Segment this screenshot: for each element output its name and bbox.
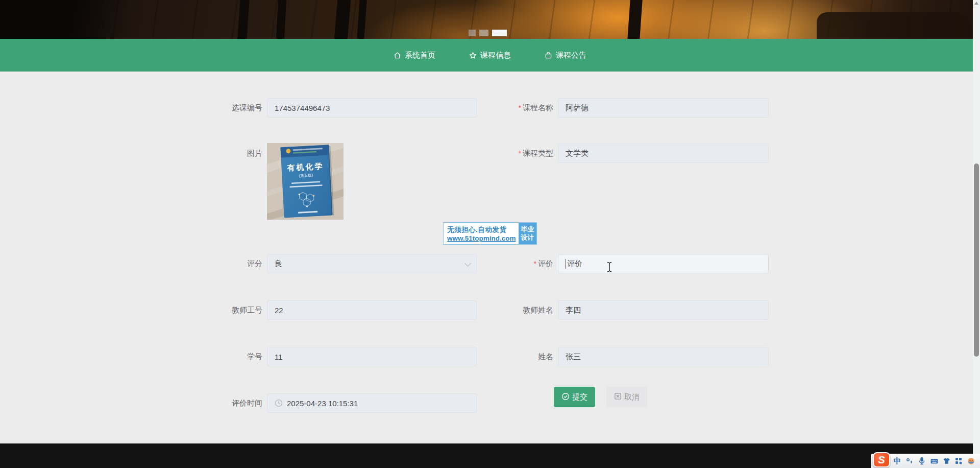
nav-item-course-info[interactable]: 课程信息 bbox=[464, 48, 516, 63]
banner-photo-shape bbox=[0, 0, 128, 39]
close-square-icon bbox=[614, 392, 622, 402]
student-name-label: 姓名 bbox=[467, 352, 553, 362]
scroll-up-arrow[interactable] bbox=[974, 2, 978, 5]
course-type-input[interactable]: 文学类 bbox=[558, 144, 769, 163]
banner-carousel bbox=[0, 0, 980, 39]
teacher-name-label: 教师姓名 bbox=[467, 306, 553, 315]
teacher-name-value: 李四 bbox=[566, 306, 581, 315]
student-name-input[interactable]: 张三 bbox=[558, 347, 769, 366]
ime-keyboard-icon[interactable] bbox=[929, 456, 939, 466]
field-row-selection-no: 选课编号 1745374496473 bbox=[176, 98, 477, 118]
mouse-ibeam-cursor bbox=[606, 262, 612, 274]
banner-photo-shape bbox=[817, 12, 970, 39]
eval-time-value: 2025-04-23 10:15:31 bbox=[287, 399, 358, 408]
evaluation-value: 评价 bbox=[567, 259, 582, 269]
course-type-label: *课程类型 bbox=[467, 149, 553, 158]
page-footer bbox=[0, 443, 980, 468]
field-row-eval-time: 评价时间 2025-04-23 10:15:31 bbox=[176, 393, 477, 413]
course-image-thumbnail[interactable]: 有机化学 (第五版) bbox=[267, 143, 344, 220]
evaluation-label: *评价 bbox=[467, 259, 553, 269]
scrollbar-thumb[interactable] bbox=[974, 163, 979, 357]
watermark-line1: 无须担心.自动发货 bbox=[447, 225, 516, 235]
nav-item-announcements[interactable]: 课程公告 bbox=[540, 48, 592, 63]
field-row-image: 图片 bbox=[176, 144, 262, 163]
student-no-label: 学号 bbox=[176, 352, 262, 362]
watermark-text: 无须担心.自动发货 www.51topmind.com bbox=[444, 223, 519, 244]
ime-toolbox-icon[interactable] bbox=[953, 456, 964, 466]
field-row-score: 评分 良 bbox=[176, 254, 477, 273]
cancel-button[interactable]: 取消 bbox=[606, 387, 647, 407]
clock-icon bbox=[275, 399, 283, 407]
student-no-input[interactable]: 11 bbox=[267, 347, 477, 366]
home-icon bbox=[394, 52, 401, 59]
sogou-ime-icon[interactable]: S bbox=[873, 452, 890, 467]
teacher-no-input[interactable]: 22 bbox=[267, 300, 477, 320]
score-select[interactable]: 良 bbox=[267, 254, 477, 273]
main-nav: 系统首页 课程信息 课程公告 bbox=[0, 39, 980, 72]
selection-no-label: 选课编号 bbox=[176, 103, 262, 113]
carousel-dot[interactable] bbox=[479, 30, 488, 36]
field-row-student-no: 学号 11 bbox=[176, 347, 477, 366]
course-name-label: *课程名称 bbox=[467, 103, 553, 113]
star-icon bbox=[469, 52, 477, 59]
teacher-no-label: 教师工号 bbox=[176, 306, 262, 315]
teacher-name-input[interactable]: 李四 bbox=[558, 300, 769, 320]
course-type-value: 文学类 bbox=[566, 149, 589, 158]
nav-item-home[interactable]: 系统首页 bbox=[388, 48, 440, 63]
course-name-value: 阿萨德 bbox=[566, 103, 589, 113]
book-edition-text: (第五版) bbox=[299, 173, 313, 178]
required-asterisk: * bbox=[519, 104, 521, 112]
text-caret bbox=[566, 259, 566, 269]
field-row-evaluation: *评价 评价 bbox=[467, 254, 769, 273]
nav-item-label: 课程信息 bbox=[480, 51, 511, 60]
watermark-url[interactable]: www.51topmind.com bbox=[447, 235, 516, 242]
field-row-student-name: 姓名 张三 bbox=[467, 347, 769, 366]
ime-punctuation-icon[interactable] bbox=[904, 456, 915, 466]
carousel-dot-active[interactable] bbox=[492, 30, 507, 36]
scrollbar[interactable] bbox=[973, 0, 980, 468]
nav-item-label: 课程公告 bbox=[556, 51, 586, 60]
student-no-value: 11 bbox=[275, 353, 283, 361]
ime-mode-chinese[interactable]: 中 bbox=[892, 456, 902, 466]
required-asterisk: * bbox=[519, 149, 521, 157]
eval-time-input[interactable]: 2025-04-23 10:15:31 bbox=[267, 393, 477, 413]
field-row-course-name: *课程名称 阿萨德 bbox=[467, 98, 769, 118]
teacher-no-value: 22 bbox=[275, 306, 283, 315]
submit-button[interactable]: 提交 bbox=[554, 387, 595, 407]
check-circle-icon bbox=[561, 392, 570, 402]
form-actions: 提交 取消 bbox=[554, 387, 647, 407]
ime-microphone-icon[interactable] bbox=[917, 456, 927, 466]
ime-toolbar: S 中 bbox=[871, 454, 980, 468]
carousel-indicators bbox=[469, 30, 507, 36]
student-name-value: 张三 bbox=[566, 352, 581, 362]
watermark-ad[interactable]: 无须担心.自动发货 www.51topmind.com 毕业 设计 bbox=[443, 222, 537, 245]
evaluation-input[interactable]: 评价 bbox=[558, 254, 769, 273]
eval-time-label: 评价时间 bbox=[176, 399, 262, 408]
carousel-dot[interactable] bbox=[469, 30, 476, 36]
submit-label: 提交 bbox=[572, 392, 587, 402]
ime-emoji-icon[interactable] bbox=[966, 456, 976, 466]
selection-no-input[interactable]: 1745374496473 bbox=[267, 98, 477, 118]
field-row-course-type: *课程类型 文学类 bbox=[467, 144, 769, 163]
image-label: 图片 bbox=[176, 149, 262, 158]
ime-skin-icon[interactable] bbox=[941, 456, 951, 466]
nav-item-label: 系统首页 bbox=[405, 51, 435, 60]
score-value: 良 bbox=[275, 259, 282, 269]
course-name-input[interactable]: 阿萨德 bbox=[558, 98, 769, 118]
field-row-teacher-name: 教师姓名 李四 bbox=[467, 300, 769, 320]
watermark-badge: 毕业 设计 bbox=[519, 223, 536, 244]
required-asterisk: * bbox=[534, 260, 536, 268]
field-row-teacher-no: 教师工号 22 bbox=[176, 300, 477, 320]
bag-icon bbox=[545, 52, 552, 59]
score-label: 评分 bbox=[176, 259, 262, 269]
selection-no-value: 1745374496473 bbox=[275, 104, 330, 112]
cancel-label: 取消 bbox=[624, 392, 640, 402]
